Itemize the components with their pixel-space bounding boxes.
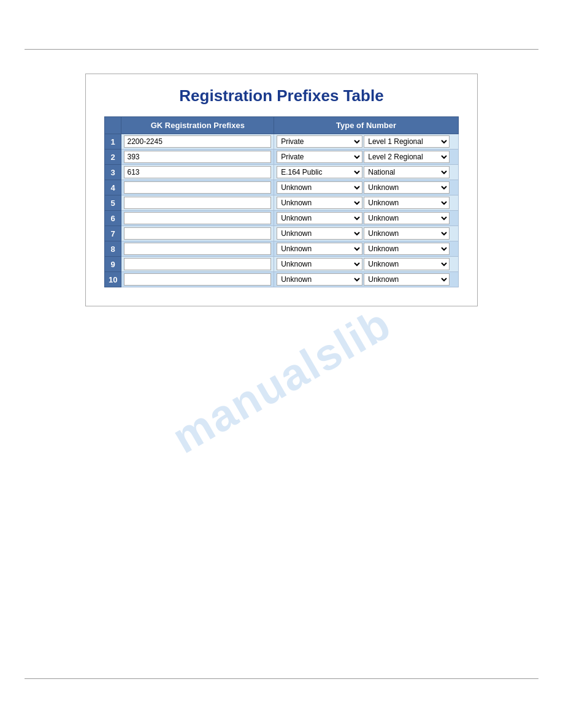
prefix-input[interactable] [124, 227, 271, 240]
type2-select[interactable]: UnknownNationalLevel 1 RegionalLevel 2 R… [364, 243, 450, 255]
prefix-input[interactable] [124, 135, 271, 148]
type2-select[interactable]: UnknownNationalLevel 1 RegionalLevel 2 R… [364, 258, 450, 270]
type-cell: UnknownPrivateE.164 PublicUnknownNationa… [274, 165, 459, 180]
col-prefix-header: GK Registration Prefixes [121, 117, 274, 134]
table-row: 3UnknownPrivateE.164 PublicUnknownNation… [105, 165, 459, 180]
type1-select[interactable]: UnknownPrivateE.164 Public [277, 273, 362, 286]
prefix-cell[interactable] [121, 241, 274, 257]
table-row: 10UnknownPrivateE.164 PublicUnknownNatio… [105, 272, 459, 287]
type-cell: UnknownPrivateE.164 PublicUnknownNationa… [274, 257, 459, 272]
prefix-cell[interactable] [121, 165, 274, 180]
type2-select[interactable]: UnknownNationalLevel 1 RegionalLevel 2 R… [364, 135, 450, 148]
type-cell: UnknownPrivateE.164 PublicUnknownNationa… [274, 150, 459, 165]
type-cell: UnknownPrivateE.164 PublicUnknownNationa… [274, 195, 459, 211]
table-row: 2UnknownPrivateE.164 PublicUnknownNation… [105, 150, 459, 165]
prefix-cell[interactable] [121, 272, 274, 287]
row-number: 3 [105, 165, 121, 180]
prefix-input[interactable] [124, 212, 271, 224]
prefix-cell[interactable] [121, 195, 274, 211]
type2-select[interactable]: UnknownNationalLevel 1 RegionalLevel 2 R… [364, 166, 450, 178]
prefix-cell[interactable] [121, 226, 274, 241]
top-divider [25, 49, 538, 50]
table-row: 4UnknownPrivateE.164 PublicUnknownNation… [105, 180, 459, 195]
prefix-cell[interactable] [121, 211, 274, 226]
type2-select[interactable]: UnknownNationalLevel 1 RegionalLevel 2 R… [364, 227, 450, 240]
type1-select[interactable]: UnknownPrivateE.164 Public [277, 212, 362, 224]
type1-select[interactable]: UnknownPrivateE.164 Public [277, 243, 362, 255]
table-row: 6UnknownPrivateE.164 PublicUnknownNation… [105, 211, 459, 226]
type1-select[interactable]: UnknownPrivateE.164 Public [277, 197, 362, 209]
type-cell: UnknownPrivateE.164 PublicUnknownNationa… [274, 180, 459, 195]
col-type-header: Type of Number [274, 117, 459, 134]
table-row: 5UnknownPrivateE.164 PublicUnknownNation… [105, 195, 459, 211]
type-cell: UnknownPrivateE.164 PublicUnknownNationa… [274, 226, 459, 241]
type1-select[interactable]: UnknownPrivateE.164 Public [277, 151, 362, 163]
type1-select[interactable]: UnknownPrivateE.164 Public [277, 227, 362, 240]
type1-select[interactable]: UnknownPrivateE.164 Public [277, 135, 362, 148]
prefix-cell[interactable] [121, 150, 274, 165]
table-row: 1UnknownPrivateE.164 PublicUnknownNation… [105, 134, 459, 150]
table-row: 9UnknownPrivateE.164 PublicUnknownNation… [105, 257, 459, 272]
prefix-input[interactable] [124, 273, 271, 286]
row-number: 4 [105, 180, 121, 195]
watermark: manualslib [164, 298, 399, 463]
prefix-cell[interactable] [121, 180, 274, 195]
prefix-input[interactable] [124, 181, 271, 194]
row-number: 6 [105, 211, 121, 226]
type-cell: UnknownPrivateE.164 PublicUnknownNationa… [274, 272, 459, 287]
type1-select[interactable]: UnknownPrivateE.164 Public [277, 166, 362, 178]
prefix-input[interactable] [124, 243, 271, 255]
table-row: 7UnknownPrivateE.164 PublicUnknownNation… [105, 226, 459, 241]
prefix-input[interactable] [124, 151, 271, 163]
type2-select[interactable]: UnknownNationalLevel 1 RegionalLevel 2 R… [364, 151, 450, 163]
type2-select[interactable]: UnknownNationalLevel 1 RegionalLevel 2 R… [364, 181, 450, 194]
row-number: 8 [105, 241, 121, 257]
prefix-input[interactable] [124, 166, 271, 178]
type-cell: UnknownPrivateE.164 PublicUnknownNationa… [274, 241, 459, 257]
type2-select[interactable]: UnknownNationalLevel 1 RegionalLevel 2 R… [364, 212, 450, 224]
type-cell: UnknownPrivateE.164 PublicUnknownNationa… [274, 211, 459, 226]
page-title: Registration Prefixes Table [104, 86, 459, 105]
type2-select[interactable]: UnknownNationalLevel 1 RegionalLevel 2 R… [364, 197, 450, 209]
row-number: 10 [105, 272, 121, 287]
registration-table: GK Registration Prefixes Type of Number … [104, 116, 459, 287]
row-number: 2 [105, 150, 121, 165]
type-cell: UnknownPrivateE.164 PublicUnknownNationa… [274, 134, 459, 150]
row-number: 5 [105, 195, 121, 211]
prefix-input[interactable] [124, 197, 271, 209]
type2-select[interactable]: UnknownNationalLevel 1 RegionalLevel 2 R… [364, 273, 450, 286]
col-num-header [105, 117, 121, 134]
table-box: Registration Prefixes Table GK Registrat… [85, 74, 478, 306]
row-number: 1 [105, 134, 121, 150]
prefix-input[interactable] [124, 258, 271, 270]
prefix-cell[interactable] [121, 257, 274, 272]
table-row: 8UnknownPrivateE.164 PublicUnknownNation… [105, 241, 459, 257]
bottom-divider [25, 678, 538, 679]
type1-select[interactable]: UnknownPrivateE.164 Public [277, 181, 362, 194]
page-container: Registration Prefixes Table GK Registrat… [0, 0, 563, 306]
prefix-cell[interactable] [121, 134, 274, 150]
row-number: 7 [105, 226, 121, 241]
row-number: 9 [105, 257, 121, 272]
type1-select[interactable]: UnknownPrivateE.164 Public [277, 258, 362, 270]
